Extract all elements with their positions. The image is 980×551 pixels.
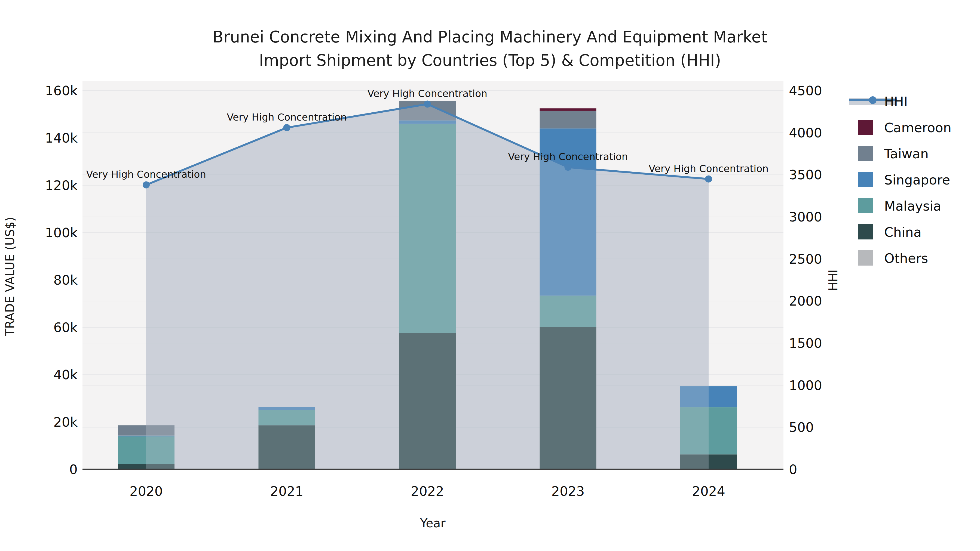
legend-hhi-marker-icon bbox=[869, 96, 877, 104]
y-axis-tick: 80k bbox=[53, 272, 78, 287]
y2-axis-tick: 4500 bbox=[789, 83, 822, 98]
y2-axis-tick: 4000 bbox=[789, 125, 822, 140]
legend-item-hhi[interactable]: HHI bbox=[849, 94, 908, 109]
bar-taiwan-2023[interactable] bbox=[540, 111, 597, 129]
annotation-very-high-concentration: Very High Concentration bbox=[508, 151, 628, 162]
hhi-marker-2023[interactable] bbox=[565, 164, 572, 171]
legend-label-singapore: Singapore bbox=[884, 172, 950, 187]
chart-canvas: 020k40k60k80k100k120k140k160k05001000150… bbox=[0, 0, 980, 551]
hhi-marker-2021[interactable] bbox=[283, 124, 290, 131]
y-axis-tick: 20k bbox=[53, 414, 78, 430]
y2-axis-tick: 3000 bbox=[789, 209, 822, 224]
y-axis-tick: 140k bbox=[45, 130, 78, 146]
y-axis-title: TRADE VALUE (US$) bbox=[3, 217, 17, 336]
y2-axis-tick: 500 bbox=[789, 419, 814, 435]
x-axis-title: Year bbox=[420, 516, 445, 530]
legend-label-malaysia: Malaysia bbox=[884, 198, 941, 214]
legend-swatch-cameroon bbox=[858, 120, 873, 135]
x-axis-tick-2024: 2024 bbox=[692, 484, 725, 499]
legend-label-others: Others bbox=[884, 251, 928, 266]
legend: HHICameroonTaiwanSingaporeMalaysiaChinaO… bbox=[849, 94, 951, 266]
y2-axis-tick: 1000 bbox=[789, 378, 822, 393]
legend-label-hhi: HHI bbox=[884, 94, 908, 109]
y2-axis-tick: 2500 bbox=[789, 251, 822, 267]
legend-item-singapore[interactable]: Singapore bbox=[858, 172, 950, 187]
y-axis-tick: 160k bbox=[45, 83, 78, 98]
legend-label-china: China bbox=[884, 224, 921, 240]
y2-axis-title: HHI bbox=[826, 269, 840, 291]
y2-axis-tick: 2000 bbox=[789, 293, 822, 308]
y-axis-tick: 100k bbox=[45, 225, 78, 240]
hhi-marker-2020[interactable] bbox=[143, 181, 150, 188]
y-axis-tick: 120k bbox=[45, 178, 78, 193]
y-axis-tick: 40k bbox=[53, 367, 78, 382]
x-axis-tick-2023: 2023 bbox=[551, 484, 584, 499]
x-axis-tick-2022: 2022 bbox=[411, 484, 444, 499]
annotation-very-high-concentration: Very High Concentration bbox=[227, 111, 347, 123]
legend-item-cameroon[interactable]: Cameroon bbox=[858, 120, 951, 135]
legend-item-taiwan[interactable]: Taiwan bbox=[858, 146, 929, 161]
legend-swatch-taiwan bbox=[858, 146, 873, 161]
x-axis-tick-2021: 2021 bbox=[270, 484, 303, 499]
y2-axis-tick: 1500 bbox=[789, 335, 822, 351]
annotation-very-high-concentration: Very High Concentration bbox=[86, 169, 206, 180]
chart-title-line2: Import Shipment by Countries (Top 5) & C… bbox=[259, 51, 721, 70]
legend-swatch-singapore bbox=[858, 172, 873, 187]
y-axis-tick: 60k bbox=[53, 320, 78, 335]
annotation-very-high-concentration: Very High Concentration bbox=[649, 163, 768, 174]
chart-title-line1: Brunei Concrete Mixing And Placing Machi… bbox=[213, 28, 767, 46]
legend-item-others[interactable]: Others bbox=[858, 250, 928, 266]
annotation-very-high-concentration: Very High Concentration bbox=[368, 88, 487, 99]
bar-cameroon-2023[interactable] bbox=[540, 108, 597, 111]
legend-label-taiwan: Taiwan bbox=[884, 146, 929, 161]
y2-axis-tick: 3500 bbox=[789, 167, 822, 182]
legend-swatch-malaysia bbox=[858, 198, 873, 213]
legend-label-cameroon: Cameroon bbox=[884, 120, 951, 135]
x-axis-tick-2020: 2020 bbox=[130, 484, 163, 499]
legend-item-china[interactable]: China bbox=[858, 224, 921, 240]
hhi-marker-2024[interactable] bbox=[705, 176, 712, 183]
legend-swatch-others bbox=[858, 250, 873, 265]
legend-swatch-china bbox=[858, 224, 873, 240]
y-axis-tick: 0 bbox=[69, 462, 78, 477]
hhi-marker-2022[interactable] bbox=[424, 100, 431, 108]
y2-axis-tick: 0 bbox=[789, 462, 797, 477]
legend-item-malaysia[interactable]: Malaysia bbox=[858, 198, 941, 214]
